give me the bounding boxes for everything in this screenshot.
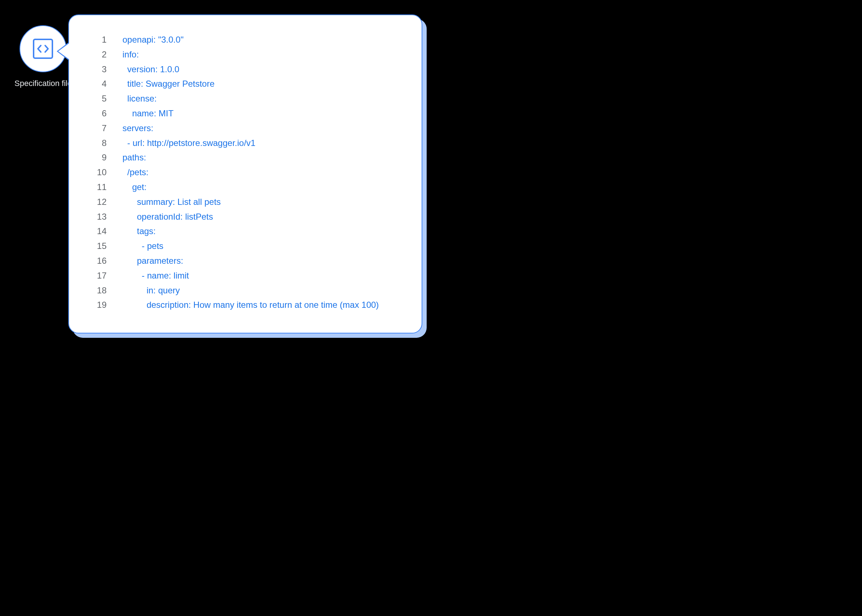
code-line: 3 version: 1.0.0 bbox=[89, 62, 401, 77]
line-content: paths: bbox=[122, 150, 146, 165]
line-content: - pets bbox=[122, 239, 163, 254]
code-line: 4 title: Swagger Petstore bbox=[89, 77, 401, 91]
line-number: 7 bbox=[89, 121, 107, 136]
line-content: tags: bbox=[122, 224, 156, 239]
line-number: 9 bbox=[89, 150, 107, 165]
code-bubble-wrap: 1openapi: "3.0.0"2info:3 version: 1.0.04… bbox=[68, 14, 422, 333]
bubble-tail bbox=[58, 43, 69, 59]
code-line: 17 - name: limit bbox=[89, 269, 401, 283]
line-number: 14 bbox=[89, 224, 107, 239]
line-content: servers: bbox=[122, 121, 153, 136]
code-listing: 1openapi: "3.0.0"2info:3 version: 1.0.04… bbox=[89, 33, 401, 313]
code-line: 16 parameters: bbox=[89, 254, 401, 269]
code-line: 7servers: bbox=[89, 121, 401, 136]
line-content: title: Swagger Petstore bbox=[122, 77, 215, 91]
line-content: license: bbox=[122, 91, 157, 106]
code-line: 15 - pets bbox=[89, 239, 401, 254]
line-content: info: bbox=[122, 47, 139, 62]
line-content: version: 1.0.0 bbox=[122, 62, 179, 77]
line-number: 2 bbox=[89, 47, 107, 62]
code-line: 11 get: bbox=[89, 180, 401, 195]
line-content: description: How many items to return at… bbox=[122, 298, 379, 313]
line-content: - url: http://petstore.swagger.io/v1 bbox=[122, 136, 256, 151]
line-number: 11 bbox=[89, 180, 107, 195]
line-number: 16 bbox=[89, 254, 107, 269]
spec-file-label: Specification file bbox=[14, 79, 72, 88]
code-line: 19 description: How many items to return… bbox=[89, 298, 401, 313]
code-line: 5 license: bbox=[89, 91, 401, 106]
code-line: 6 name: MIT bbox=[89, 106, 401, 121]
line-content: operationId: listPets bbox=[122, 209, 213, 224]
code-line: 10 /pets: bbox=[89, 165, 401, 180]
line-content: summary: List all pets bbox=[122, 195, 221, 209]
code-line: 13 operationId: listPets bbox=[89, 209, 401, 224]
line-content: /pets: bbox=[122, 165, 149, 180]
code-line: 2info: bbox=[89, 47, 401, 62]
code-line: 12 summary: List all pets bbox=[89, 195, 401, 209]
line-number: 18 bbox=[89, 283, 107, 298]
code-line: 9paths: bbox=[89, 150, 401, 165]
line-number: 3 bbox=[89, 62, 107, 77]
line-number: 17 bbox=[89, 269, 107, 283]
line-number: 12 bbox=[89, 195, 107, 209]
code-line: 1openapi: "3.0.0" bbox=[89, 33, 401, 47]
line-content: in: query bbox=[122, 283, 180, 298]
line-number: 10 bbox=[89, 165, 107, 180]
code-bubble: 1openapi: "3.0.0"2info:3 version: 1.0.04… bbox=[68, 14, 422, 333]
code-line: 18 in: query bbox=[89, 283, 401, 298]
line-number: 8 bbox=[89, 136, 107, 151]
line-content: openapi: "3.0.0" bbox=[122, 33, 184, 47]
code-line: 14 tags: bbox=[89, 224, 401, 239]
line-number: 1 bbox=[89, 33, 107, 47]
line-content: parameters: bbox=[122, 254, 183, 269]
line-number: 4 bbox=[89, 77, 107, 91]
code-icon bbox=[33, 39, 53, 59]
line-content: get: bbox=[122, 180, 147, 195]
line-number: 13 bbox=[89, 209, 107, 224]
line-content: name: MIT bbox=[122, 106, 173, 121]
code-line: 8 - url: http://petstore.swagger.io/v1 bbox=[89, 136, 401, 151]
line-number: 15 bbox=[89, 239, 107, 254]
line-number: 5 bbox=[89, 91, 107, 106]
line-content: - name: limit bbox=[122, 269, 189, 283]
line-number: 6 bbox=[89, 106, 107, 121]
line-number: 19 bbox=[89, 298, 107, 313]
